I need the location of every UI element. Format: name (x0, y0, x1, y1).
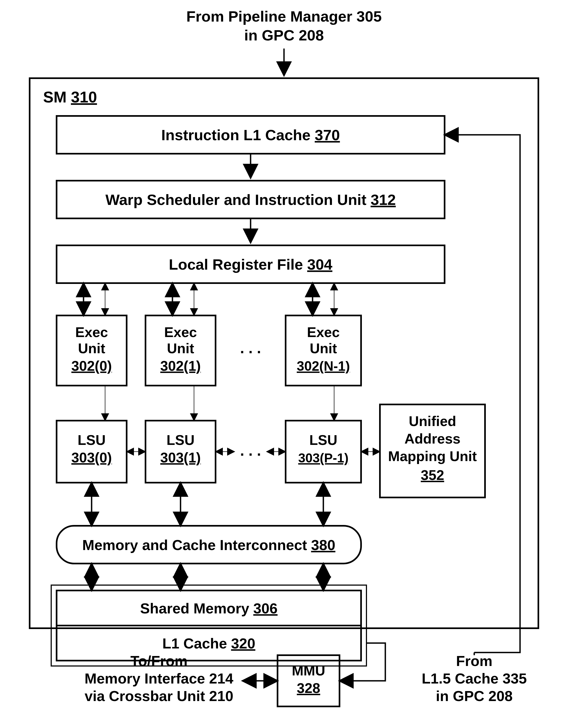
uamu-l2: Address (404, 431, 460, 447)
lsu-0-num: 303(0) (71, 450, 112, 465)
exec-unit-n-l2: Unit (309, 341, 337, 356)
exec-unit-1-num: 302(1) (160, 358, 201, 374)
exec-unit-n-num: 302(N-1) (297, 359, 350, 374)
exec-unit-1-l2: Unit (167, 341, 194, 356)
exec-unit-1-l1: Exec (164, 324, 197, 340)
exec-unit-0-l2: Unit (78, 341, 105, 356)
lsu-p-l1: LSU (309, 432, 337, 448)
local-register-file-label: Local Register File 304 (169, 256, 332, 273)
shared-memory-label: Shared Memory 306 (140, 600, 278, 616)
uamu-num: 352 (421, 467, 444, 483)
uamu-l1: Unified (409, 413, 456, 429)
exec-unit-0-num: 302(0) (71, 358, 112, 374)
top-caption-line1: From Pipeline Manager 305 (186, 8, 381, 25)
lsu-ellipsis: . . . (240, 442, 261, 459)
lsu-0-l1: LSU (78, 432, 106, 448)
sm-label: SM 310 (43, 88, 97, 106)
bottom-right-l2: L1.5 Cache 335 (422, 670, 527, 686)
lsu-1-l1: LSU (167, 432, 195, 448)
bottom-right-l3: in GPC 208 (436, 688, 512, 704)
bottom-left-l3: via Crossbar Unit 210 (85, 688, 233, 704)
warp-scheduler-label: Warp Scheduler and Instruction Unit 312 (105, 191, 396, 208)
interconnect-label: Memory and Cache Interconnect 380 (82, 537, 335, 553)
exec-unit-0-l1: Exec (75, 324, 108, 340)
bottom-left-l2: Memory Interface 214 (85, 670, 233, 686)
uamu-l3: Mapping Unit (388, 448, 477, 464)
lsu-p-num: 303(P-1) (298, 451, 349, 465)
top-caption-line2: in GPC 208 (244, 27, 324, 44)
arrow-l1-mmu (339, 643, 385, 681)
exec-ellipsis: . . . (240, 339, 261, 356)
l1-cache-label: L1 Cache 320 (162, 635, 255, 651)
instruction-l1-cache-label: Instruction L1 Cache 370 (161, 126, 340, 143)
mmu-l1: MMU (292, 663, 325, 678)
lsu-1-num: 303(1) (160, 450, 201, 465)
bottom-left-l1: To/From (130, 653, 188, 669)
arrow-l15-to-370 (445, 135, 520, 653)
mmu-num: 328 (297, 680, 320, 696)
diagram-root: From Pipeline Manager 305 in GPC 208 SM … (0, 0, 568, 728)
exec-unit-n-l1: Exec (307, 324, 339, 340)
